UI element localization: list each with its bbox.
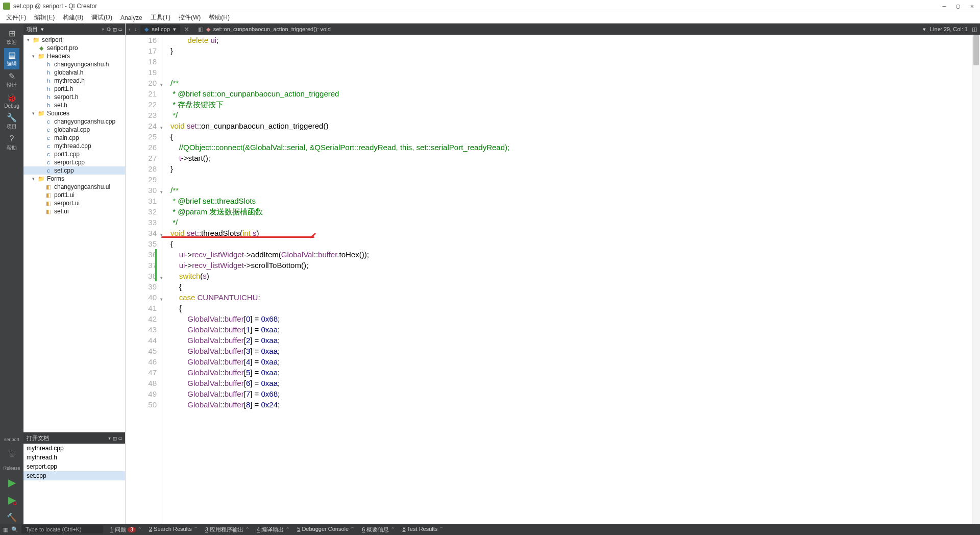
- menu-analyze[interactable]: Analyze: [116, 13, 146, 22]
- open-doc-mythread.cpp[interactable]: mythread.cpp×: [23, 444, 125, 453]
- tree-file-serport.h[interactable]: hserport.h: [23, 93, 125, 101]
- tree-pro[interactable]: ◆seriport.pro: [23, 44, 125, 52]
- close-button[interactable]: ✕: [970, 3, 974, 10]
- minimize-button[interactable]: —: [942, 3, 946, 10]
- code-line-28[interactable]: }: [170, 163, 980, 174]
- tree-root[interactable]: ▾📁seriport: [23, 36, 125, 44]
- code-area[interactable]: delete ui;}/** * @brief set::on_cunpanba…: [161, 35, 980, 524]
- locator-input[interactable]: Type to locate (Ctrl+K): [21, 525, 103, 533]
- status-tab-概要信息[interactable]: 6 概要信息 ⌃: [362, 526, 395, 533]
- code-line-22[interactable]: * 存盘按键按下: [170, 99, 980, 110]
- tree-file-mythread.h[interactable]: hmythread.h: [23, 77, 125, 85]
- tree-file-mythread.cpp[interactable]: cmythread.cpp: [23, 142, 125, 150]
- code-line-32[interactable]: * @param 发送数据槽函数: [170, 206, 980, 217]
- mode-设计[interactable]: ✎设计: [4, 69, 19, 91]
- code-line-38[interactable]: switch(s): [170, 271, 980, 281]
- code-line-43[interactable]: GlobalVal::buffer[1] = 0xaa;: [170, 324, 980, 335]
- status-tab-编译输出[interactable]: 4 编译输出 ⌃: [257, 526, 290, 533]
- tree-file-changyongcanshu.h[interactable]: hchangyongcanshu.h: [23, 60, 125, 68]
- tree-file-serport.ui[interactable]: ◧serport.ui: [23, 199, 125, 207]
- dropdown-icon[interactable]: ▾: [108, 435, 111, 442]
- code-line-21[interactable]: * @brief set::on_cunpanbaocun_action_tri…: [170, 88, 980, 99]
- bookmark-icon[interactable]: ◧: [198, 26, 203, 33]
- menu-debug[interactable]: 调试(D): [87, 12, 116, 23]
- file-tab[interactable]: ◆ set.cpp ▾: [140, 25, 180, 34]
- code-line-44[interactable]: GlobalVal::buffer[2] = 0xaa;: [170, 335, 980, 346]
- status-tab-应用程序输出[interactable]: 3 应用程序输出 ⌃: [205, 526, 250, 533]
- tree-file-port1.ui[interactable]: ◧port1.ui: [23, 191, 125, 199]
- kit-mode[interactable]: Release: [3, 465, 20, 472]
- line-gutter[interactable]: 1617181920▾21222324▾252627282930▾3132333…: [126, 35, 161, 524]
- code-line-45[interactable]: GlobalVal::buffer[3] = 0xaa;: [170, 346, 980, 356]
- tree-file-set.cpp[interactable]: cset.cpp: [23, 166, 125, 175]
- tree-sources[interactable]: ▾📁Sources: [23, 109, 125, 117]
- run-button[interactable]: ▶: [0, 476, 23, 489]
- code-line-23[interactable]: */: [170, 110, 980, 120]
- tree-file-changyongcanshu.ui[interactable]: ◧changyongcanshu.ui: [23, 183, 125, 191]
- code-line-31[interactable]: * @brief set::threadSlots: [170, 196, 980, 206]
- tree-file-port1.h[interactable]: hport1.h: [23, 85, 125, 93]
- code-line-40[interactable]: case CUNPANTUICHU:: [170, 292, 980, 303]
- toggle-sidebar-icon[interactable]: ▥: [3, 526, 8, 533]
- code-line-27[interactable]: t->start();: [170, 153, 980, 163]
- nav-back-icon[interactable]: ‹: [129, 26, 131, 32]
- tree-file-main.cpp[interactable]: cmain.cpp: [23, 134, 125, 142]
- nav-fwd-icon[interactable]: ›: [135, 26, 137, 32]
- tree-headers[interactable]: ▾📁Headers: [23, 52, 125, 60]
- tree-file-serport.cpp[interactable]: cserport.cpp: [23, 158, 125, 166]
- mode-编辑[interactable]: ▤编辑: [4, 48, 19, 69]
- code-line-16[interactable]: delete ui;: [170, 35, 980, 45]
- code-line-47[interactable]: GlobalVal::buffer[5] = 0xaa;: [170, 367, 980, 378]
- vertical-scrollbar[interactable]: [972, 35, 980, 524]
- code-line-46[interactable]: GlobalVal::buffer[4] = 0xaa;: [170, 356, 980, 367]
- open-doc-set.cpp[interactable]: set.cpp×: [23, 471, 125, 480]
- menu-help[interactable]: 帮助(H): [205, 12, 234, 23]
- close-panel-icon[interactable]: ▭: [118, 26, 122, 33]
- menu-edit[interactable]: 编辑(E): [30, 12, 59, 23]
- menu-build[interactable]: 构建(B): [59, 12, 87, 23]
- symbol-dropdown-icon[interactable]: ▾: [923, 26, 926, 33]
- filter-icon[interactable]: ▿: [101, 26, 105, 33]
- dropdown-icon[interactable]: ▾: [41, 26, 44, 33]
- code-line-35[interactable]: {: [170, 238, 980, 249]
- code-line-39[interactable]: {: [170, 281, 980, 292]
- symbol-path[interactable]: set::on_cunpanbaocun_action_triggered():…: [213, 26, 331, 32]
- code-editor[interactable]: 1617181920▾21222324▾252627282930▾3132333…: [126, 35, 980, 524]
- status-tab-Search Results[interactable]: 2 Search Results ⌃: [149, 526, 198, 533]
- kit-project[interactable]: seriport: [4, 436, 19, 443]
- code-line-24[interactable]: void set::on_cunpanbaocun_action_trigger…: [170, 120, 980, 131]
- tree-file-set.ui[interactable]: ◧set.ui: [23, 207, 125, 215]
- split-editor-icon[interactable]: ◫: [972, 26, 977, 33]
- code-line-30[interactable]: /**: [170, 185, 980, 196]
- mode-帮助[interactable]: ?帮助: [4, 132, 19, 154]
- line-col[interactable]: Line: 29, Col: 1: [930, 26, 968, 33]
- code-line-20[interactable]: /**: [170, 78, 980, 88]
- code-line-33[interactable]: */: [170, 217, 980, 228]
- status-tab-问题[interactable]: 1 问题 3 ⌃: [110, 526, 142, 533]
- code-line-48[interactable]: GlobalVal::buffer[6] = 0xaa;: [170, 378, 980, 388]
- status-tab-Test Results[interactable]: 8 Test Results ⌃: [402, 526, 444, 533]
- open-doc-mythread.h[interactable]: mythread.h×: [23, 453, 125, 462]
- project-tree[interactable]: ▾📁seriport◆seriport.pro▾📁Headershchangyo…: [23, 35, 125, 432]
- mode-欢迎[interactable]: ⊞欢迎: [4, 27, 19, 48]
- tab-dropdown-icon[interactable]: ▾: [173, 26, 176, 33]
- open-docs-list[interactable]: mythread.cpp×mythread.h×serport.cpp×set.…: [23, 444, 125, 524]
- tree-file-globalval.cpp[interactable]: cglobalval.cpp: [23, 126, 125, 134]
- code-line-36[interactable]: ui->recv_listWidget->addItem(GlobalVal::…: [170, 249, 980, 260]
- code-line-26[interactable]: //QObject::connect(&GlobalVal::serial, &…: [170, 142, 980, 153]
- tree-forms[interactable]: ▾📁Forms: [23, 175, 125, 183]
- code-line-25[interactable]: {: [170, 131, 980, 142]
- tree-file-port1.cpp[interactable]: cport1.cpp: [23, 150, 125, 158]
- split-icon[interactable]: ◫: [113, 26, 117, 33]
- run-debug-button[interactable]: ▶🐞: [0, 493, 23, 506]
- build-button[interactable]: 🔨: [0, 510, 23, 524]
- close-panel-icon[interactable]: ▭: [118, 435, 122, 442]
- status-tab-Debugger Console[interactable]: 5 Debugger Console ⌃: [297, 526, 355, 533]
- code-line-50[interactable]: GlobalVal::buffer[8] = 0x24;: [170, 399, 980, 410]
- code-line-41[interactable]: {: [170, 303, 980, 313]
- split-icon[interactable]: ◫: [113, 435, 117, 442]
- code-line-17[interactable]: }: [170, 45, 980, 56]
- scrollbar-thumb[interactable]: [973, 35, 979, 65]
- mode-Debug[interactable]: 🐞Debug: [4, 91, 19, 111]
- sync-icon[interactable]: ⟳: [107, 26, 111, 33]
